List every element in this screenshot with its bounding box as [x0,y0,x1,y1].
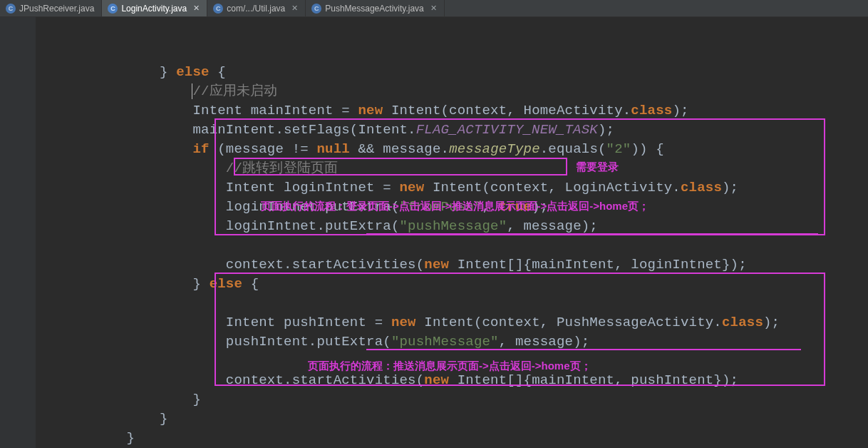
tab-label: PushMessageActivity.java [325,4,424,14]
tab-util[interactable]: C com/.../Util.java ✕ [207,0,306,16]
java-class-icon: C [108,4,118,14]
java-class-icon: C [6,4,16,14]
tab-label: com/.../Util.java [227,4,285,14]
tab-label: JPushReceiver.java [19,4,94,14]
editor-tab-bar: C JPushReceiver.java C LoginActivity.jav… [0,0,868,17]
close-icon[interactable]: ✕ [193,4,200,13]
tab-label: LoginActivity.java [121,4,187,14]
java-class-icon: C [213,4,223,14]
tab-loginactivity[interactable]: C LoginActivity.java ✕ [102,0,207,16]
gutter [0,17,36,448]
java-class-icon: C [311,4,321,14]
tab-jpushreceiver[interactable]: C JPushReceiver.java [0,0,102,16]
close-icon[interactable]: ✕ [291,4,298,13]
close-icon[interactable]: ✕ [430,4,437,13]
tab-pushmessageactivity[interactable]: C PushMessageActivity.java ✕ [306,0,445,16]
code-editor[interactable]: } else { //应用未启动 Intent mainIntent = new… [0,17,868,448]
